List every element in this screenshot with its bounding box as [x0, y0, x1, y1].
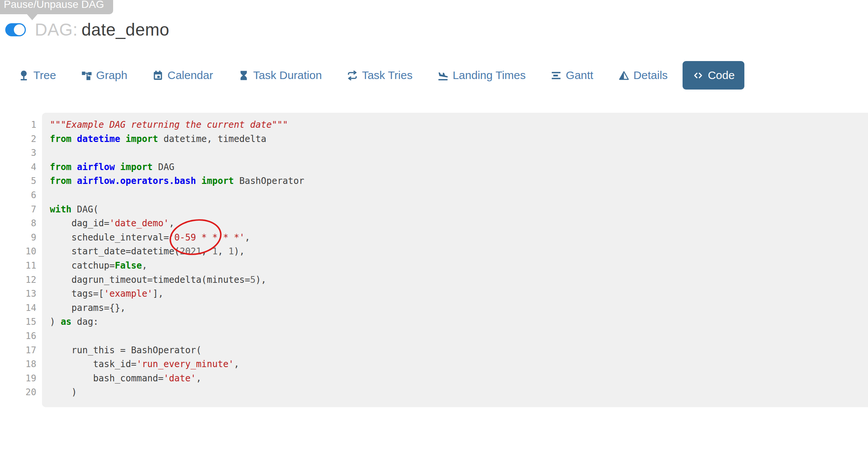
code-line-11: catchup=False, [50, 259, 859, 273]
line-number: 18 [0, 357, 36, 372]
code-line-16 [50, 329, 859, 344]
gantt-bars-icon [550, 70, 562, 81]
triangle-icon [618, 70, 630, 81]
line-number: 4 [0, 160, 36, 175]
tab-details[interactable]: Details [618, 69, 668, 82]
code-line-9: schedule_interval='0-59 * * * *', [50, 231, 859, 245]
code-line-5: from airflow.operators.bash import BashO… [50, 174, 859, 188]
line-number: 1 [0, 118, 36, 132]
tab-code[interactable]: Code [683, 61, 744, 90]
line-number: 7 [0, 203, 36, 217]
tab-tree[interactable]: Tree [18, 69, 56, 82]
code-line-19: bash_command='date', [50, 372, 859, 386]
graph-icon [81, 70, 93, 81]
tab-gantt[interactable]: Gantt [550, 69, 593, 82]
tab-label: Landing Times [453, 69, 526, 82]
tab-graph[interactable]: Graph [81, 69, 127, 82]
tab-label: Calendar [167, 69, 213, 82]
code-line-3 [50, 146, 859, 160]
code-line-10: start_date=datetime(2021, 1, 1), [50, 245, 859, 259]
code-line-15: ) as dag: [50, 315, 859, 329]
line-number: 6 [0, 188, 36, 203]
tab-task-tries[interactable]: Task Tries [347, 69, 412, 82]
line-number: 8 [0, 217, 36, 231]
repeat-icon [347, 70, 358, 81]
hourglass-icon [238, 70, 249, 81]
code-line-20: ) [50, 385, 859, 400]
tab-label: Gantt [566, 69, 593, 82]
dag-label: DAG: [35, 20, 78, 39]
tooltip-arrow [27, 14, 37, 20]
code-pane: """Example DAG returning the current dat… [42, 113, 868, 407]
plane-landing-icon [437, 70, 449, 81]
line-number-gutter: 1234567891011121314151617181920 [0, 113, 36, 400]
code-line-8: dag_id='date_demo', [50, 217, 859, 231]
pause-toggle-tooltip: Pause/Unpause DAG [0, 0, 113, 14]
line-number: 3 [0, 146, 36, 160]
view-tabs: TreeGraphCalendarTask DurationTask Tries… [18, 59, 868, 91]
tab-calendar[interactable]: Calendar [152, 69, 213, 82]
tab-landing-times[interactable]: Landing Times [437, 69, 526, 82]
code-line-2: from datetime import datetime, timedelta [50, 132, 859, 146]
tab-label: Task Duration [253, 69, 322, 82]
code-icon [692, 70, 704, 81]
code-line-14: params={}, [50, 301, 859, 315]
page-title: DAG:date_demo [35, 19, 169, 40]
tab-task-duration[interactable]: Task Duration [238, 69, 322, 82]
tab-label: Details [633, 69, 668, 82]
tab-label: Tree [33, 69, 56, 82]
map-pin-icon [18, 70, 30, 81]
code-line-1: """Example DAG returning the current dat… [50, 118, 859, 132]
calendar-icon [152, 70, 164, 81]
line-number: 9 [0, 231, 36, 245]
tab-label: Graph [96, 69, 127, 82]
code-line-12: dagrun_timeout=timedelta(minutes=5), [50, 273, 859, 287]
line-number: 12 [0, 273, 36, 287]
tab-label: Task Tries [362, 69, 412, 82]
line-number: 5 [0, 174, 36, 188]
line-number: 19 [0, 372, 36, 386]
line-number: 13 [0, 287, 36, 301]
line-number: 15 [0, 315, 36, 329]
tooltip-text: Pause/Unpause DAG [4, 0, 104, 10]
tab-label: Code [708, 69, 735, 82]
code-line-4: from airflow import DAG [50, 160, 859, 175]
dag-code-block: 1234567891011121314151617181920 """Examp… [0, 113, 868, 407]
toggle-knob [14, 24, 25, 35]
dag-pause-toggle[interactable] [5, 23, 26, 36]
code-line-18: task_id='run_every_minute', [50, 357, 859, 372]
dag-name: date_demo [81, 20, 169, 39]
line-number: 11 [0, 259, 36, 273]
line-number: 16 [0, 329, 36, 344]
code-line-13: tags=['example'], [50, 287, 859, 301]
code-line-17: run_this = BashOperator( [50, 344, 859, 358]
line-number: 17 [0, 344, 36, 358]
line-number: 10 [0, 245, 36, 259]
code-line-7: with DAG( [50, 203, 859, 217]
line-number: 2 [0, 132, 36, 146]
code-line-6 [50, 188, 859, 203]
line-number: 20 [0, 385, 36, 400]
line-number: 14 [0, 301, 36, 315]
dag-header: DAG:date_demo [5, 19, 169, 40]
